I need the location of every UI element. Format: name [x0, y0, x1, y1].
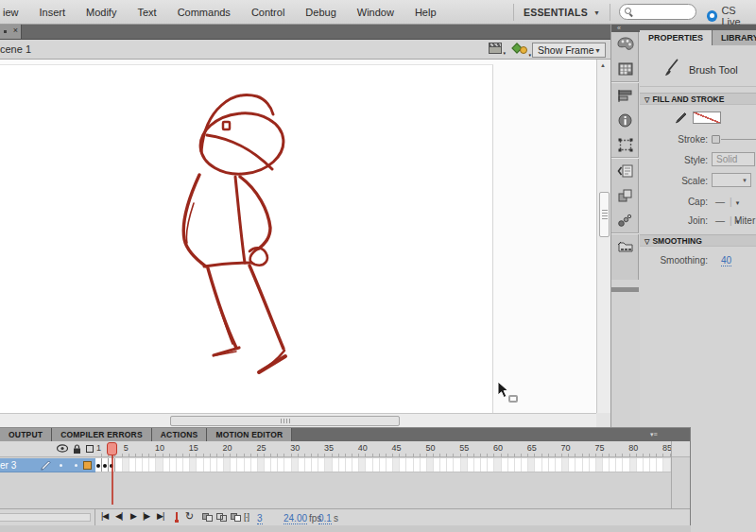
cs-live-icon	[707, 10, 717, 22]
vscroll-thumb[interactable]	[599, 192, 610, 237]
panel-menu-icon[interactable]: ▾≡	[650, 431, 663, 438]
loop-playback-button[interactable]: ↻	[185, 510, 194, 523]
style-select[interactable]: Solid	[712, 152, 755, 166]
layer-visible-dot[interactable]	[60, 464, 62, 467]
motion-presets-panel-icon[interactable]	[611, 208, 639, 232]
menu-item-debug[interactable]: Debug	[295, 0, 346, 25]
keyframe-cell-2[interactable]	[102, 458, 109, 472]
keyframe-dot	[96, 464, 100, 468]
search-input[interactable]	[639, 6, 694, 18]
smoothing-value[interactable]: 40	[721, 255, 731, 266]
timeline-tab-compiler-errors[interactable]: COMPILER ERRORS	[52, 428, 152, 441]
elapsed-value[interactable]: 0.1	[318, 513, 332, 524]
timeline-tab-actions[interactable]: ACTIONS	[152, 428, 208, 441]
dock-bottom-edge	[611, 287, 639, 292]
menu-item-commands[interactable]: Commands	[167, 0, 241, 25]
stroke-slider-track[interactable]	[721, 139, 756, 140]
align-panel-icon[interactable]	[611, 83, 639, 108]
step-back-button[interactable]: ◀|	[115, 511, 122, 521]
current-frame-value[interactable]: 3	[257, 513, 263, 524]
ruler-number-25: 25	[251, 443, 270, 453]
onion-skin-button[interactable]	[202, 513, 215, 522]
tool-name: Brush Tool	[689, 64, 738, 76]
stroke-slider[interactable]	[712, 135, 720, 144]
workspace-switcher[interactable]: ESSENTIALS ▼	[513, 4, 610, 21]
menu-item-window[interactable]: Window	[347, 0, 404, 25]
document-tab[interactable]: ×	[0, 25, 22, 39]
edit-multiple-frames-button[interactable]	[231, 513, 243, 522]
fill-and-stroke-section-header[interactable]: ▽FILL AND STROKE	[640, 93, 756, 105]
menu-item-control[interactable]: Control	[241, 0, 295, 25]
ruler-number-5: 5	[116, 443, 135, 453]
ruler-number-30: 30	[285, 443, 304, 453]
modify-markers-button[interactable]: [·]	[244, 512, 249, 522]
components-panel-icon[interactable]	[611, 183, 639, 208]
join-label: Join:	[640, 215, 708, 226]
menu-item-iew[interactable]: iew	[0, 0, 29, 25]
chevron-down-icon: ▼	[594, 47, 601, 54]
outline-layers-icon[interactable]	[86, 445, 94, 453]
stroke-pencil-icon[interactable]	[674, 112, 687, 125]
search-box[interactable]	[619, 4, 696, 20]
magnification-select[interactable]: Show Frame ▼	[532, 43, 606, 58]
center-frame-button[interactable]	[176, 512, 178, 522]
scale-select[interactable]: ▼	[712, 173, 751, 187]
go-to-first-frame-button[interactable]: |◀	[101, 511, 108, 521]
stage-vertical-scrollbar[interactable]: ▲	[596, 60, 610, 413]
menu-item-help[interactable]: Help	[404, 0, 447, 25]
info-panel-icon[interactable]	[611, 108, 639, 132]
panel-icon-dock	[611, 32, 639, 280]
keyframe-dot	[103, 464, 107, 468]
close-icon[interactable]: ×	[13, 26, 18, 35]
ruler-number-45: 45	[387, 443, 406, 453]
chevron-down-icon: ▼	[593, 9, 600, 16]
project-panel-icon[interactable]	[611, 234, 639, 259]
layer-lock-dot[interactable]	[75, 464, 77, 467]
play-button[interactable]: ▶	[130, 511, 136, 521]
fps-value[interactable]: 24.00	[284, 513, 307, 524]
timeline-tab-output[interactable]: OUTPUT	[0, 428, 52, 441]
timeline-tab-motion-editor[interactable]: MOTION EDITOR	[207, 428, 292, 441]
layer-outline-color-swatch[interactable]	[83, 461, 92, 470]
menu-item-modify[interactable]: Modify	[76, 0, 127, 25]
scroll-up-arrow-icon[interactable]: ▲	[600, 62, 606, 68]
fill-color-swatch[interactable]	[693, 112, 721, 124]
stage-horizontal-scrollbar[interactable]	[0, 413, 596, 427]
swatches-panel-icon[interactable]	[611, 57, 639, 81]
smoothing-label: Smoothing:	[640, 255, 708, 266]
keyframe-cell-1[interactable]	[95, 458, 102, 472]
edit-symbols-button[interactable]: ▾	[512, 43, 529, 56]
menu-item-insert[interactable]: Insert	[29, 0, 77, 25]
lock-layers-icon[interactable]	[73, 444, 81, 455]
stage-canvas[interactable]	[0, 60, 596, 413]
ruler-number-80: 80	[624, 443, 643, 453]
timeline-ruler[interactable]: 1510152025303540455055606570758085	[0, 441, 690, 457]
tab-properties[interactable]: PROPERTIES	[640, 30, 713, 45]
layer-row[interactable]: er 3	[0, 458, 95, 472]
color-panel-icon[interactable]	[611, 32, 639, 57]
menu-item-text[interactable]: Text	[127, 0, 166, 25]
search-icon	[625, 8, 632, 15]
layer-pane-scrollbar[interactable]	[0, 513, 91, 522]
ruler-number-50: 50	[421, 443, 439, 453]
layer-frames-strip[interactable]	[95, 458, 671, 472]
ruler-number-70: 70	[557, 443, 576, 453]
style-label: Style:	[640, 155, 708, 165]
edit-scene-button[interactable]: ▾	[489, 43, 504, 55]
step-forward-button[interactable]: |▶	[143, 511, 149, 521]
hscroll-thumb[interactable]	[170, 416, 400, 426]
transform-panel-icon[interactable]	[611, 132, 639, 157]
smoothing-section-header[interactable]: ▽SMOOTHING	[640, 234, 756, 247]
go-to-last-frame-button[interactable]: ▶|	[157, 511, 163, 521]
timeline-controls: |◀ ◀| ▶ |▶ ▶| ↻ [·] 3 24.00fps 0.1s	[0, 508, 690, 525]
layer-name[interactable]: er 3	[0, 460, 16, 471]
code-snippets-panel-icon[interactable]	[611, 159, 639, 183]
tab-library[interactable]: LIBRARY	[713, 30, 756, 45]
magnification-value: Show Frame	[538, 44, 594, 57]
ruler-number-60: 60	[489, 443, 507, 453]
show-hide-layers-icon[interactable]	[57, 444, 68, 453]
cap-select[interactable]: —|▼	[715, 197, 741, 207]
onion-skin-outlines-button[interactable]	[216, 513, 229, 522]
tool-summary-row: Brush Tool	[640, 45, 756, 87]
playhead-marker[interactable]	[107, 442, 117, 455]
